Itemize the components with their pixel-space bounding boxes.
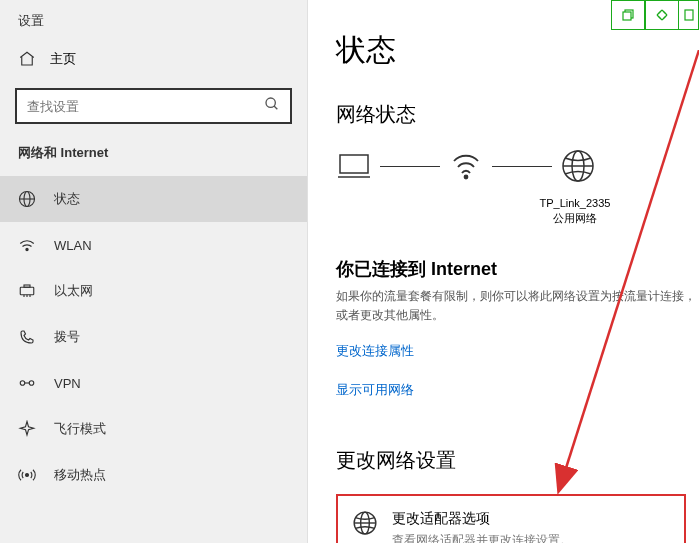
search-input-container[interactable] bbox=[15, 88, 292, 124]
page-title: 状态 bbox=[336, 30, 699, 71]
computer-icon bbox=[336, 148, 372, 184]
svg-line-1 bbox=[274, 106, 277, 109]
globe-adapter-icon bbox=[352, 510, 378, 540]
wifi-router-icon bbox=[448, 148, 484, 184]
sidebar-item-hotspot[interactable]: 移动热点 bbox=[0, 452, 307, 498]
sidebar-item-vpn[interactable]: VPN bbox=[0, 360, 307, 406]
sidebar-item-label: VPN bbox=[54, 376, 81, 391]
network-status-title: 网络状态 bbox=[336, 101, 699, 128]
ethernet-icon bbox=[18, 282, 36, 300]
globe-large-icon bbox=[560, 148, 596, 184]
sidebar-item-status[interactable]: 状态 bbox=[0, 176, 307, 222]
hotspot-icon bbox=[18, 466, 36, 484]
svg-rect-27 bbox=[623, 12, 631, 20]
window-restore-button[interactable] bbox=[611, 0, 645, 30]
svg-rect-36 bbox=[685, 10, 693, 20]
svg-point-0 bbox=[266, 98, 275, 107]
sidebar-item-label: 状态 bbox=[54, 190, 80, 208]
globe-icon bbox=[18, 190, 36, 208]
vpn-icon bbox=[18, 374, 36, 392]
svg-rect-15 bbox=[340, 155, 368, 173]
svg-rect-7 bbox=[24, 285, 30, 287]
home-icon bbox=[18, 50, 36, 68]
sidebar-item-airplane[interactable]: 飞行模式 bbox=[0, 406, 307, 452]
sidebar-item-wlan[interactable]: WLAN bbox=[0, 222, 307, 268]
home-button[interactable]: 主页 bbox=[0, 38, 307, 80]
svg-point-14 bbox=[26, 474, 29, 477]
svg-line-32 bbox=[659, 10, 662, 13]
sidebar-item-ethernet[interactable]: 以太网 bbox=[0, 268, 307, 314]
window-maximize-button[interactable] bbox=[645, 0, 679, 30]
svg-point-5 bbox=[26, 248, 28, 250]
svg-point-17 bbox=[465, 176, 468, 179]
show-networks-link[interactable]: 显示可用网络 bbox=[336, 381, 414, 399]
airplane-icon bbox=[18, 420, 36, 438]
home-label: 主页 bbox=[50, 50, 76, 68]
change-properties-link[interactable]: 更改连接属性 bbox=[336, 342, 414, 360]
search-icon bbox=[264, 96, 280, 116]
sidebar-item-dialup[interactable]: 拨号 bbox=[0, 314, 307, 360]
sidebar-item-label: 移动热点 bbox=[54, 466, 106, 484]
svg-rect-6 bbox=[20, 287, 34, 295]
network-label: TP_Link_2335 公用网络 bbox=[451, 196, 699, 227]
svg-line-33 bbox=[662, 10, 665, 13]
wifi-icon bbox=[18, 236, 36, 254]
sidebar-item-label: 飞行模式 bbox=[54, 420, 106, 438]
window-title: 设置 bbox=[0, 0, 307, 38]
adapter-title: 更改适配器选项 bbox=[392, 510, 572, 528]
network-name: TP_Link_2335 bbox=[451, 196, 699, 211]
sidebar-item-label: WLAN bbox=[54, 238, 92, 253]
sidebar-item-label: 以太网 bbox=[54, 282, 93, 300]
window-partial-button[interactable] bbox=[679, 0, 699, 30]
connected-title: 你已连接到 Internet bbox=[336, 257, 699, 281]
svg-line-34 bbox=[659, 17, 662, 20]
category-title: 网络和 Internet bbox=[0, 144, 307, 176]
adapter-options-button[interactable]: 更改适配器选项 查看网络适配器并更改连接设置。 bbox=[336, 494, 686, 543]
svg-line-35 bbox=[662, 17, 665, 20]
phone-icon bbox=[18, 328, 36, 346]
sidebar-item-label: 拨号 bbox=[54, 328, 80, 346]
change-settings-title: 更改网络设置 bbox=[336, 447, 699, 474]
search-input[interactable] bbox=[27, 99, 264, 114]
network-type: 公用网络 bbox=[451, 211, 699, 226]
svg-point-12 bbox=[29, 381, 34, 386]
connected-desc: 如果你的流量套餐有限制，则你可以将此网络设置为按流量计连接，或者更改其他属性。 bbox=[336, 287, 699, 325]
adapter-desc: 查看网络适配器并更改连接设置。 bbox=[392, 532, 572, 543]
network-diagram bbox=[336, 148, 699, 184]
svg-point-11 bbox=[20, 381, 25, 386]
